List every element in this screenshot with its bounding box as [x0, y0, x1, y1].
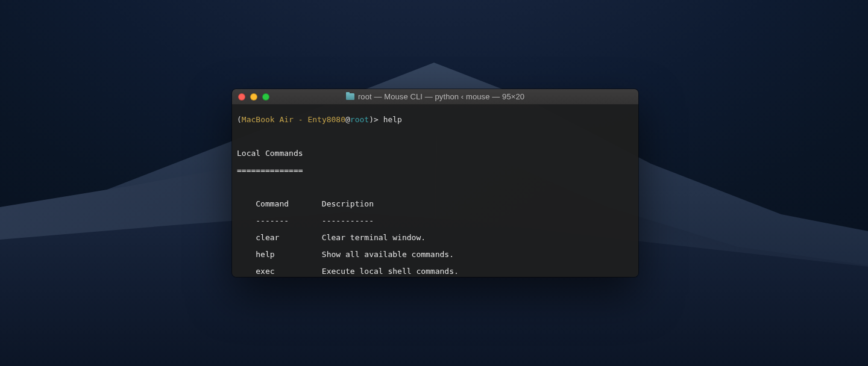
typed-command: help	[383, 115, 402, 124]
window-title-text: root — Mouse CLI — python ‹ mouse — 95×2…	[358, 92, 524, 101]
section-rule: ==============	[237, 166, 634, 175]
prompt-user: root	[350, 115, 369, 124]
table-row: helpShow all available commands.	[237, 250, 634, 259]
folder-icon	[346, 93, 354, 100]
window-titlebar[interactable]: root — Mouse CLI — python ‹ mouse — 95×2…	[232, 89, 638, 105]
table-row: clearClear terminal window.	[237, 234, 634, 242]
window-traffic-lights	[238, 93, 269, 101]
prompt-line: (MacBook Air - Enty8080@root)> help	[237, 116, 634, 124]
terminal-body[interactable]: (MacBook Air - Enty8080@root)> help Loca…	[232, 105, 638, 277]
close-icon[interactable]	[238, 93, 245, 101]
table-header-rule: ------------------	[237, 217, 634, 225]
minimize-icon[interactable]	[250, 93, 257, 101]
section-title: Local Commands	[237, 149, 634, 158]
terminal-window[interactable]: root — Mouse CLI — python ‹ mouse — 95×2…	[232, 89, 638, 277]
table-row: execExecute local shell commands.	[237, 267, 634, 276]
prompt-host: MacBook Air - Enty8080	[242, 115, 345, 124]
zoom-icon[interactable]	[262, 93, 269, 101]
window-title: root — Mouse CLI — python ‹ mouse — 95×2…	[346, 92, 524, 101]
table-header: CommandDescription	[237, 200, 634, 208]
